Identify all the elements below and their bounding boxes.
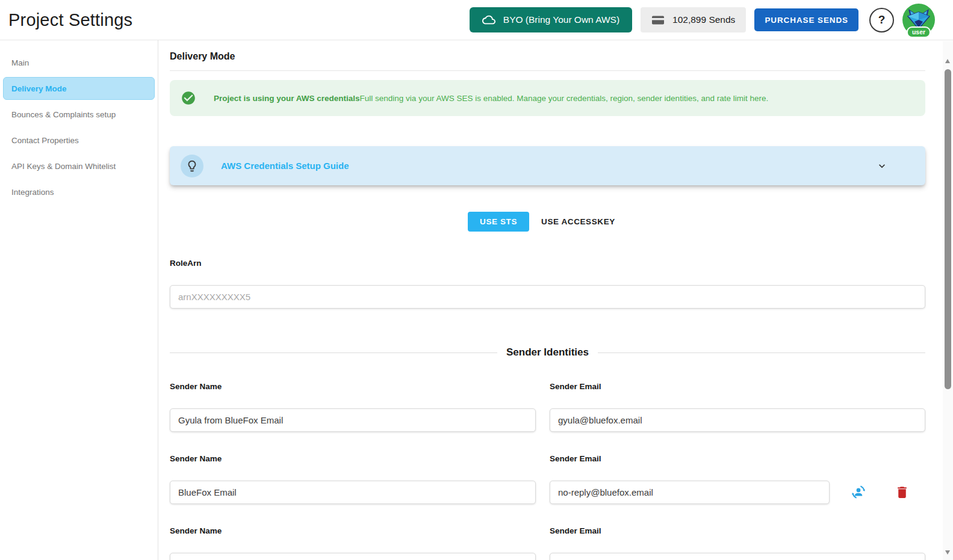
sender-name-field: Sender Name <box>170 454 536 504</box>
user-avatar[interactable]: user <box>902 4 935 36</box>
sender-email-input[interactable] <box>550 553 925 560</box>
sender-email-field: Sender Email <box>550 381 925 432</box>
aws-setup-guide-accordion[interactable]: AWS Credentials Setup Guide <box>170 146 925 185</box>
sidebar-item-label: Bounces & Complaints setup <box>11 110 116 119</box>
sidebar-item-label: Integrations <box>11 188 54 197</box>
sidebar-item-main[interactable]: Main <box>3 51 155 74</box>
byo-button-label: BYO (Bring Your Own AWS) <box>503 14 619 25</box>
credential-mode-toggle: USE STS USE ACCESSKEY <box>170 212 925 232</box>
sidebar-item-label: Delivery Mode <box>11 84 67 93</box>
alert-body: Full sending via your AWS SES is enabled… <box>360 94 769 103</box>
byo-aws-button[interactable]: BYO (Bring Your Own AWS) <box>470 7 632 32</box>
user-role-badge: user <box>907 26 931 38</box>
section-heading: Delivery Mode <box>170 40 925 71</box>
check-circle-icon <box>181 90 196 106</box>
sender-email-field: Sender Email <box>550 454 925 504</box>
cloud-icon <box>482 13 495 26</box>
sender-name-input[interactable] <box>170 553 536 560</box>
vertical-scrollbar[interactable] <box>943 41 953 560</box>
aws-credentials-status-alert: Project is using your AWS credentialsFul… <box>170 80 925 116</box>
settings-sidebar: Main Delivery Mode Bounces & Complaints … <box>0 40 158 560</box>
settings-content: Delivery Mode Project is using your AWS … <box>158 40 953 560</box>
credit-card-icon <box>651 13 665 26</box>
sender-identities-heading: Sender Identities <box>506 346 589 358</box>
sidebar-item-label: Contact Properties <box>11 136 79 145</box>
role-arn-label: RoleArn <box>170 258 925 268</box>
help-button[interactable]: ? <box>869 8 894 32</box>
sidebar-item-integrations[interactable]: Integrations <box>3 180 155 203</box>
sidebar-item-delivery-mode[interactable]: Delivery Mode <box>3 77 155 100</box>
sender-name-label: Sender Name <box>170 381 536 392</box>
scrollbar-thumb[interactable] <box>945 69 951 389</box>
sender-name-field: Sender Name <box>170 526 536 560</box>
sidebar-item-label: Main <box>11 58 29 67</box>
tab-use-sts[interactable]: USE STS <box>468 212 529 232</box>
top-bar: Project Settings BYO (Bring Your Own AWS… <box>0 0 953 40</box>
sender-name-label: Sender Name <box>170 454 536 464</box>
sender-name-input[interactable] <box>170 481 536 504</box>
divider-line <box>598 352 925 353</box>
sends-counter-chip[interactable]: 102,899 Sends <box>641 7 746 32</box>
page-title: Project Settings <box>8 10 132 30</box>
sender-email-input[interactable] <box>550 408 925 432</box>
tab-use-accesskey[interactable]: USE ACCESSKEY <box>529 212 627 232</box>
sender-identity-row: Sender Name Sender Email <box>170 526 925 560</box>
sends-count-label: 102,899 Sends <box>672 14 735 25</box>
sender-email-field: Sender Email <box>550 526 925 560</box>
sender-name-field: Sender Name <box>170 381 536 432</box>
sidebar-item-bounces-complaints[interactable]: Bounces & Complaints setup <box>3 103 155 126</box>
sender-email-label: Sender Email <box>550 454 830 464</box>
delete-sender-icon[interactable] <box>895 485 910 500</box>
scroll-down-arrow-icon[interactable] <box>945 550 950 555</box>
guide-title: AWS Credentials Setup Guide <box>221 161 876 171</box>
purchase-sends-button[interactable]: PURCHASE SENDS <box>754 8 858 31</box>
alert-title: Project is using your AWS credentials <box>214 94 360 103</box>
sender-email-label: Sender Email <box>550 526 925 536</box>
sender-email-input[interactable] <box>550 481 830 504</box>
chevron-down-icon[interactable] <box>876 160 888 172</box>
sender-identity-row: Sender Name Sender Email <box>170 454 925 504</box>
sender-identity-row: Sender Name Sender Email <box>170 381 925 432</box>
lightbulb-icon <box>181 155 203 177</box>
sync-sender-icon[interactable] <box>851 484 866 500</box>
question-mark-icon: ? <box>878 13 886 26</box>
scroll-up-arrow-icon[interactable] <box>945 59 950 63</box>
sidebar-item-contact-properties[interactable]: Contact Properties <box>3 129 155 152</box>
role-arn-input[interactable] <box>170 285 925 309</box>
sender-name-input[interactable] <box>170 408 536 432</box>
sidebar-item-api-keys-whitelist[interactable]: API Keys & Domain Whitelist <box>3 155 155 177</box>
topbar-actions: BYO (Bring Your Own AWS) 102,899 Sends P… <box>470 4 935 36</box>
sidebar-item-label: API Keys & Domain Whitelist <box>11 162 116 171</box>
sender-email-label: Sender Email <box>550 381 925 392</box>
divider-line <box>170 352 497 353</box>
main-layout: Main Delivery Mode Bounces & Complaints … <box>0 40 953 560</box>
sender-name-label: Sender Name <box>170 526 536 536</box>
sender-identities-divider: Sender Identities <box>170 346 925 358</box>
